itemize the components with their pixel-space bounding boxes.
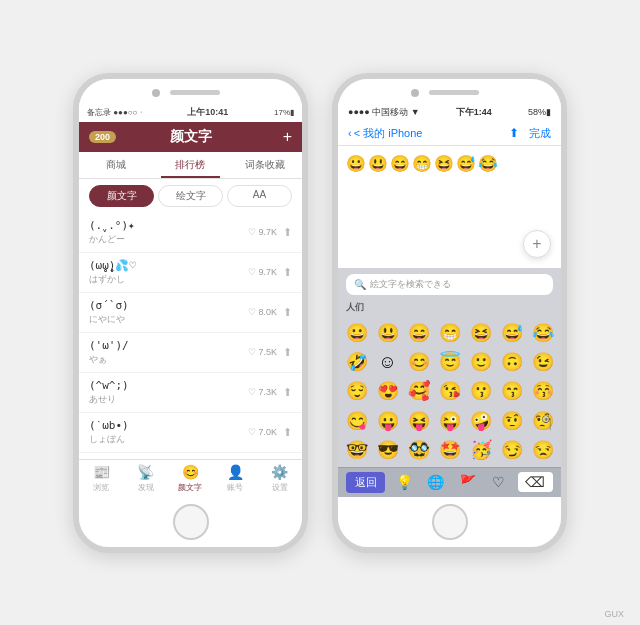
- like-count[interactable]: ♡ 7.5K: [248, 347, 277, 357]
- emoji-cell[interactable]: 😘: [435, 378, 464, 405]
- emoji-cell[interactable]: 🙂: [466, 349, 495, 376]
- back-button[interactable]: ‹ < 我的 iPhone: [348, 126, 422, 141]
- emoji-cell[interactable]: 🤣: [342, 349, 371, 376]
- share-icon[interactable]: ⬆: [283, 226, 292, 239]
- emoji-cell[interactable]: 😄: [404, 320, 433, 347]
- list-item-content: (^w^;) あせり: [89, 379, 248, 406]
- emoji-cell[interactable]: 🤓: [342, 437, 371, 464]
- tab-shoping[interactable]: 商城: [79, 152, 153, 178]
- emoji-cell[interactable]: 😚: [528, 378, 557, 405]
- nav-item-设置[interactable]: ⚙️ 设置: [257, 460, 302, 497]
- emoji-cell[interactable]: 😆: [466, 320, 495, 347]
- done-button[interactable]: 完成: [529, 126, 551, 141]
- list-item: (ω̥̥̥ω̥̥̥)💦♡ はずかし ♡ 9.7K ⬆: [79, 253, 302, 293]
- emoji-cell[interactable]: 🤨: [497, 408, 526, 435]
- emoji-cell[interactable]: 😇: [435, 349, 464, 376]
- nav-item-账号[interactable]: 👤 账号: [213, 460, 258, 497]
- kaomoji-label: はずかし: [89, 273, 248, 286]
- search-placeholder: 絵文字を検索できる: [370, 278, 451, 291]
- toolbar-btn-3[interactable]: 🚩: [456, 474, 479, 490]
- list-item: (^w^;) あせり ♡ 7.3K ⬆: [79, 373, 302, 413]
- toolbar-return-button[interactable]: 返回: [346, 472, 385, 493]
- nav-item-发现[interactable]: 📡 发现: [124, 460, 169, 497]
- share-icon[interactable]: ⬆: [283, 306, 292, 319]
- iphone-status-left: ●●●● 中国移动 ▼: [348, 106, 420, 119]
- iphone-status-time: 下午1:44: [456, 106, 492, 119]
- emoji-cell[interactable]: 😎: [373, 437, 402, 464]
- kaomoji-label: かんどー: [89, 233, 248, 246]
- notes-content[interactable]: 😀😃😄😁😆😅😂 +: [338, 146, 561, 268]
- tab-collection[interactable]: 词条收藏: [228, 152, 302, 178]
- like-count[interactable]: ♡ 8.0K: [248, 307, 277, 317]
- emoji-keyboard: 🔍 絵文字を検索できる 人们 😀😃😄😁😆😅😂🤣☺️😊😇🙂🙃😉😌😍🥰😘😗😙😚😋😛😝…: [338, 268, 561, 497]
- emoji-cell[interactable]: 😍: [373, 378, 402, 405]
- emoji-cell[interactable]: 😏: [497, 437, 526, 464]
- home-button-right[interactable]: [432, 504, 468, 540]
- share-icon[interactable]: ⬆: [283, 386, 292, 399]
- like-count[interactable]: ♡ 9.7K: [248, 227, 277, 237]
- emoji-cell[interactable]: 😃: [373, 320, 402, 347]
- emoji-cell[interactable]: 😛: [373, 408, 402, 435]
- like-count[interactable]: ♡ 7.0K: [248, 427, 277, 437]
- emoji-cell[interactable]: 🙃: [497, 349, 526, 376]
- emoji-cell[interactable]: 🤪: [466, 408, 495, 435]
- speaker-right: [429, 90, 479, 95]
- emoji-cell[interactable]: ☺️: [373, 349, 402, 376]
- left-phone: 备忘录 ●●●○○ ᐧ 上午10:41 17%▮ 200 颜文字 + 商城 排行…: [73, 73, 308, 553]
- iphone-status-right: 58%▮: [528, 107, 551, 117]
- emoji-cell[interactable]: 😅: [497, 320, 526, 347]
- emoji-cell[interactable]: 😌: [342, 378, 371, 405]
- emoji-cell[interactable]: 😊: [404, 349, 433, 376]
- header-left: 200: [89, 131, 116, 143]
- emoji-cell[interactable]: 😒: [528, 437, 557, 464]
- subtab-kaomoji[interactable]: 颜文字: [89, 185, 154, 207]
- emoji-cell[interactable]: 😝: [404, 408, 433, 435]
- emoji-cell[interactable]: 😁: [435, 320, 464, 347]
- emoji-cell[interactable]: 😙: [497, 378, 526, 405]
- emoji-cell[interactable]: 😋: [342, 408, 371, 435]
- emoji-search-bar[interactable]: 🔍 絵文字を検索できる: [346, 274, 553, 295]
- tab-ranking[interactable]: 排行榜: [153, 152, 227, 178]
- subtab-aa[interactable]: AA: [227, 185, 292, 207]
- emoji-cell[interactable]: 😉: [528, 349, 557, 376]
- iphone-status-bar: ●●●● 中国移动 ▼ 下午1:44 58%▮: [338, 103, 561, 122]
- like-count[interactable]: ♡ 7.3K: [248, 387, 277, 397]
- list-item-content: (ω̥̥̥ω̥̥̥)💦♡ はずかし: [89, 259, 248, 286]
- phone-top-left: [79, 79, 302, 103]
- emoji-cell[interactable]: 🥸: [404, 437, 433, 464]
- phone-top-right: [338, 79, 561, 103]
- nav-icon: ⚙️: [271, 464, 288, 480]
- like-count[interactable]: ♡ 9.7K: [248, 267, 277, 277]
- list-item: ('ω')/ やぁ ♡ 7.5K ⬆: [79, 333, 302, 373]
- subtab-emoji[interactable]: 绘文字: [158, 185, 223, 207]
- share-icon[interactable]: ⬆: [283, 426, 292, 439]
- emoji-cell[interactable]: 😜: [435, 408, 464, 435]
- share-icon[interactable]: ⬆: [283, 266, 292, 279]
- back-label: < 我的 iPhone: [354, 126, 423, 141]
- kaomoji-label: にやにや: [89, 313, 248, 326]
- home-button-left[interactable]: [173, 504, 209, 540]
- emoji-cell[interactable]: 🥰: [404, 378, 433, 405]
- toolbar-delete-button[interactable]: ⌫: [518, 472, 553, 492]
- toolbar-btn-2[interactable]: 🌐: [424, 474, 447, 490]
- toolbar-btn-1[interactable]: 💡: [393, 474, 416, 490]
- emoji-cell[interactable]: 😗: [466, 378, 495, 405]
- emoji-cell[interactable]: 🧐: [528, 408, 557, 435]
- add-button[interactable]: +: [523, 230, 551, 258]
- share-button[interactable]: ⬆: [509, 126, 519, 141]
- app-header: 200 颜文字 +: [79, 122, 302, 152]
- toolbar-btn-4[interactable]: ♡: [487, 474, 510, 490]
- share-icon[interactable]: ⬆: [283, 346, 292, 359]
- header-plus[interactable]: +: [283, 128, 292, 146]
- emoji-cell[interactable]: 😀: [342, 320, 371, 347]
- kaomoji-label: あせり: [89, 393, 248, 406]
- status-bar-left: 备忘录 ●●●○○ ᐧ 上午10:41 17%▮: [79, 103, 302, 122]
- nav-item-浏览[interactable]: 📰 浏览: [79, 460, 124, 497]
- kaomoji-face: (˙ωb•): [89, 419, 248, 432]
- left-screen: 备忘录 ●●●○○ ᐧ 上午10:41 17%▮ 200 颜文字 + 商城 排行…: [79, 103, 302, 497]
- list-item-actions: ♡ 8.0K ⬆: [248, 306, 292, 319]
- emoji-cell[interactable]: 😂: [528, 320, 557, 347]
- nav-item-颜文字[interactable]: 😊 颜文字: [168, 460, 213, 497]
- emoji-cell[interactable]: 🤩: [435, 437, 464, 464]
- emoji-cell[interactable]: 🥳: [466, 437, 495, 464]
